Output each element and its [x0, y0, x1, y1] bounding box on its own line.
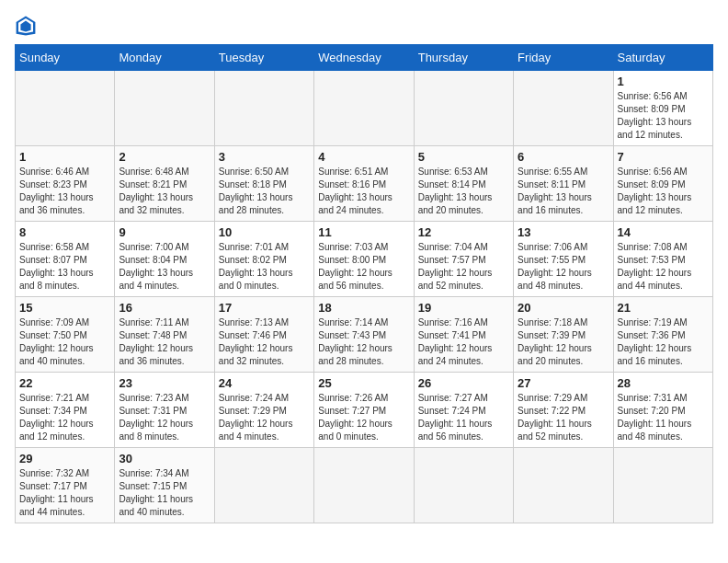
cell-sun-info: Sunrise: 7:21 AM Sunset: 7:34 PM Dayligh…: [19, 392, 110, 443]
cell-day-number: 29: [19, 452, 110, 465]
cell-day-number: 14: [618, 225, 709, 239]
calendar-cell: [314, 448, 414, 523]
cell-sun-info: Sunrise: 6:56 AM Sunset: 8:09 PM Dayligh…: [618, 90, 709, 142]
cell-day-number: 5: [418, 150, 509, 164]
calendar-week-3: 8Sunrise: 6:58 AM Sunset: 8:07 PM Daylig…: [16, 222, 713, 297]
calendar-cell: 17Sunrise: 7:13 AM Sunset: 7:46 PM Dayli…: [214, 297, 313, 373]
calendar-cell: 3Sunrise: 6:50 AM Sunset: 8:18 PM Daylig…: [214, 146, 313, 222]
page-header: [15, 15, 713, 37]
general-blue-icon: [15, 15, 37, 37]
calendar-cell: 19Sunrise: 7:16 AM Sunset: 7:41 PM Dayli…: [414, 297, 513, 373]
cell-sun-info: Sunrise: 6:51 AM Sunset: 8:16 PM Dayligh…: [318, 166, 409, 217]
cell-sun-info: Sunrise: 6:53 AM Sunset: 8:14 PM Dayligh…: [418, 166, 509, 217]
cell-sun-info: Sunrise: 7:11 AM Sunset: 7:48 PM Dayligh…: [119, 316, 210, 368]
calendar-cell: 1Sunrise: 6:56 AM Sunset: 8:09 PM Daylig…: [613, 71, 712, 146]
calendar-week-5: 22Sunrise: 7:21 AM Sunset: 7:34 PM Dayli…: [16, 373, 713, 448]
cell-day-number: 18: [318, 301, 409, 315]
cell-day-number: 22: [19, 376, 110, 390]
calendar-cell: 11Sunrise: 7:03 AM Sunset: 8:00 PM Dayli…: [314, 222, 414, 297]
calendar-cell: 20Sunrise: 7:18 AM Sunset: 7:39 PM Dayli…: [514, 297, 613, 373]
calendar-cell: 9Sunrise: 7:00 AM Sunset: 8:04 PM Daylig…: [115, 222, 214, 297]
calendar-cell: 1Sunrise: 6:46 AM Sunset: 8:23 PM Daylig…: [16, 146, 115, 222]
cell-day-number: 21: [618, 301, 709, 315]
cell-sun-info: Sunrise: 7:23 AM Sunset: 7:31 PM Dayligh…: [119, 392, 210, 443]
calendar-body: 1Sunrise: 6:56 AM Sunset: 8:09 PM Daylig…: [16, 71, 713, 523]
calendar-cell: 16Sunrise: 7:11 AM Sunset: 7:48 PM Dayli…: [115, 297, 214, 373]
weekday-header-tuesday: Tuesday: [214, 45, 313, 71]
cell-day-number: 27: [518, 376, 609, 390]
weekday-header-friday: Friday: [514, 45, 613, 71]
logo: [15, 15, 40, 37]
cell-sun-info: Sunrise: 7:06 AM Sunset: 7:55 PM Dayligh…: [518, 241, 609, 293]
cell-sun-info: Sunrise: 7:18 AM Sunset: 7:39 PM Dayligh…: [518, 316, 609, 368]
calendar-cell: 8Sunrise: 6:58 AM Sunset: 8:07 PM Daylig…: [16, 222, 115, 297]
calendar-cell: 2Sunrise: 6:48 AM Sunset: 8:21 PM Daylig…: [115, 146, 214, 222]
cell-day-number: 19: [418, 301, 509, 315]
calendar-cell: 21Sunrise: 7:19 AM Sunset: 7:36 PM Dayli…: [613, 297, 712, 373]
cell-sun-info: Sunrise: 7:27 AM Sunset: 7:24 PM Dayligh…: [418, 392, 509, 443]
calendar-cell: 25Sunrise: 7:26 AM Sunset: 7:27 PM Dayli…: [314, 373, 414, 448]
calendar-cell: 28Sunrise: 7:31 AM Sunset: 7:20 PM Dayli…: [613, 373, 712, 448]
calendar-cell: 7Sunrise: 6:56 AM Sunset: 8:09 PM Daylig…: [613, 146, 712, 222]
cell-day-number: 7: [618, 150, 709, 164]
cell-day-number: 24: [219, 376, 310, 390]
cell-sun-info: Sunrise: 6:46 AM Sunset: 8:23 PM Dayligh…: [19, 166, 110, 217]
calendar-cell: 13Sunrise: 7:06 AM Sunset: 7:55 PM Dayli…: [514, 222, 613, 297]
calendar-header-row: SundayMondayTuesdayWednesdayThursdayFrid…: [16, 45, 713, 71]
calendar-cell: 29Sunrise: 7:32 AM Sunset: 7:17 PM Dayli…: [16, 448, 115, 523]
cell-day-number: 23: [119, 376, 210, 390]
calendar-cell: 4Sunrise: 6:51 AM Sunset: 8:16 PM Daylig…: [314, 146, 414, 222]
weekday-header-monday: Monday: [115, 45, 214, 71]
calendar-week-2: 1Sunrise: 6:46 AM Sunset: 8:23 PM Daylig…: [16, 146, 713, 222]
calendar-week-4: 15Sunrise: 7:09 AM Sunset: 7:50 PM Dayli…: [16, 297, 713, 373]
calendar-cell: 22Sunrise: 7:21 AM Sunset: 7:34 PM Dayli…: [16, 373, 115, 448]
cell-sun-info: Sunrise: 7:08 AM Sunset: 7:53 PM Dayligh…: [618, 241, 709, 293]
cell-sun-info: Sunrise: 7:03 AM Sunset: 8:00 PM Dayligh…: [318, 241, 409, 293]
calendar-cell: [414, 71, 513, 146]
cell-sun-info: Sunrise: 7:14 AM Sunset: 7:43 PM Dayligh…: [318, 316, 409, 368]
calendar-cell: [514, 71, 613, 146]
calendar-cell: 15Sunrise: 7:09 AM Sunset: 7:50 PM Dayli…: [16, 297, 115, 373]
cell-sun-info: Sunrise: 6:56 AM Sunset: 8:09 PM Dayligh…: [618, 166, 709, 217]
cell-day-number: 4: [318, 150, 409, 164]
calendar-cell: [115, 71, 214, 146]
calendar-cell: 10Sunrise: 7:01 AM Sunset: 8:02 PM Dayli…: [214, 222, 313, 297]
cell-sun-info: Sunrise: 7:29 AM Sunset: 7:22 PM Dayligh…: [518, 392, 609, 443]
cell-day-number: 16: [119, 301, 210, 315]
cell-day-number: 3: [219, 150, 310, 164]
calendar-cell: [514, 448, 613, 523]
cell-sun-info: Sunrise: 7:04 AM Sunset: 7:57 PM Dayligh…: [418, 241, 509, 293]
cell-day-number: 1: [19, 150, 110, 164]
cell-day-number: 11: [318, 225, 409, 239]
cell-day-number: 9: [119, 225, 210, 239]
cell-day-number: 25: [318, 376, 409, 390]
calendar-cell: 12Sunrise: 7:04 AM Sunset: 7:57 PM Dayli…: [414, 222, 513, 297]
cell-day-number: 6: [518, 150, 609, 164]
calendar-cell: [16, 71, 115, 146]
calendar-cell: 5Sunrise: 6:53 AM Sunset: 8:14 PM Daylig…: [414, 146, 513, 222]
cell-day-number: 20: [518, 301, 609, 315]
calendar-cell: 27Sunrise: 7:29 AM Sunset: 7:22 PM Dayli…: [514, 373, 613, 448]
calendar-cell: [214, 71, 313, 146]
cell-day-number: 10: [219, 225, 310, 239]
cell-sun-info: Sunrise: 7:26 AM Sunset: 7:27 PM Dayligh…: [318, 392, 409, 443]
cell-day-number: 2: [119, 150, 210, 164]
cell-sun-info: Sunrise: 7:24 AM Sunset: 7:29 PM Dayligh…: [219, 392, 310, 443]
cell-day-number: 12: [418, 225, 509, 239]
cell-day-number: 17: [219, 301, 310, 315]
cell-day-number: 30: [119, 452, 210, 465]
cell-sun-info: Sunrise: 7:00 AM Sunset: 8:04 PM Dayligh…: [119, 241, 210, 293]
weekday-header-thursday: Thursday: [414, 45, 513, 71]
calendar-week-6: 29Sunrise: 7:32 AM Sunset: 7:17 PM Dayli…: [16, 448, 713, 523]
cell-day-number: 8: [19, 225, 110, 239]
cell-sun-info: Sunrise: 7:19 AM Sunset: 7:36 PM Dayligh…: [618, 316, 709, 368]
weekday-header-saturday: Saturday: [613, 45, 712, 71]
cell-sun-info: Sunrise: 7:34 AM Sunset: 7:15 PM Dayligh…: [119, 467, 210, 519]
calendar-cell: 24Sunrise: 7:24 AM Sunset: 7:29 PM Dayli…: [214, 373, 313, 448]
weekday-header-wednesday: Wednesday: [314, 45, 414, 71]
cell-sun-info: Sunrise: 7:13 AM Sunset: 7:46 PM Dayligh…: [219, 316, 310, 368]
calendar-cell: [314, 71, 414, 146]
calendar-cell: [613, 448, 712, 523]
cell-day-number: 1: [618, 75, 709, 88]
cell-day-number: 26: [418, 376, 509, 390]
